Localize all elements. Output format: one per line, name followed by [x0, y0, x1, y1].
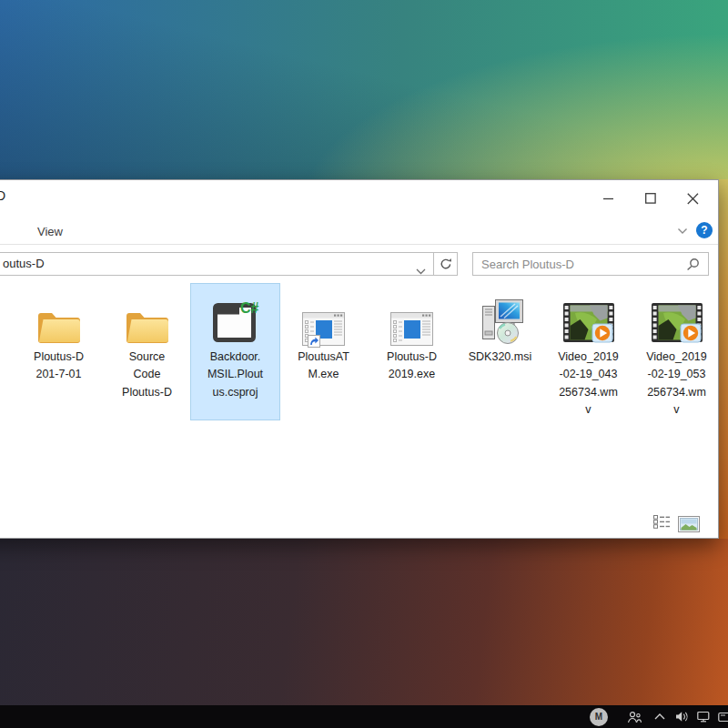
details-view-button[interactable] [653, 515, 671, 532]
tray-partial-icon[interactable] [718, 705, 728, 728]
desktop: D View ? [0, 0, 728, 728]
refresh-button[interactable] [433, 252, 458, 276]
tab-view[interactable]: View [34, 223, 66, 240]
refresh-icon [440, 258, 452, 270]
help-icon[interactable]: ? [696, 222, 713, 238]
volume-icon[interactable] [675, 705, 689, 728]
file-label: Video_2019-02-19_053256734.wmv [646, 349, 707, 420]
network-display-icon[interactable] [697, 705, 711, 728]
wallpaper-bottom [0, 539, 728, 706]
chevron-down-icon[interactable] [416, 262, 426, 278]
file-label: Ploutus-D2019.exe [387, 349, 437, 384]
address-path: outus-D [3, 257, 45, 270]
file-item[interactable]: Video_2019-02-19_043256734.wmv [544, 284, 632, 420]
file-list-area[interactable]: Ploutus-D201-7-01SourceCodePloutus-DC#Ba… [0, 278, 718, 512]
file-item[interactable]: SDK320.msi [456, 284, 544, 420]
wallpaper-top [0, 0, 728, 180]
close-button[interactable] [672, 180, 713, 217]
taskbar[interactable]: M [0, 705, 728, 728]
user-avatar: M [590, 708, 608, 726]
search-icon[interactable] [686, 258, 700, 275]
folder-icon [35, 289, 83, 346]
minimize-icon [603, 193, 614, 204]
file-item[interactable]: PloutusATM.exe [279, 284, 368, 420]
file-item[interactable]: C#Backdoor.MSIL.Ploutus.csproj [191, 284, 279, 420]
csproj-icon: C# [212, 289, 259, 346]
title-bar[interactable]: D [0, 180, 718, 217]
search-input[interactable]: Search Ploutus-D [472, 252, 709, 276]
file-label: Ploutus-D201-7-01 [34, 349, 84, 384]
file-label: PloutusATM.exe [298, 349, 349, 384]
file-item[interactable]: Ploutus-D2019.exe [368, 284, 456, 420]
caption-buttons [588, 180, 713, 217]
explorer-window: D View ? [0, 179, 719, 539]
maximize-icon [645, 193, 656, 204]
ribbon-collapse-button[interactable] [677, 222, 688, 238]
minimize-button[interactable] [588, 180, 630, 217]
svg-text:C#: C# [240, 300, 259, 316]
ribbon-menu-bar: View ? [0, 217, 718, 245]
video-icon [562, 289, 615, 346]
msi-icon [476, 289, 525, 346]
window-title-fragment: D [0, 188, 5, 203]
chevron-up-icon[interactable] [654, 705, 665, 728]
status-bar [0, 511, 718, 538]
file-label: SDK320.msi [469, 349, 531, 366]
file-item[interactable]: SourceCodePloutus-D [103, 284, 191, 420]
thumbnails-view-button[interactable] [678, 516, 700, 532]
file-item[interactable]: Video_2019-02-19_053256734.wmv [632, 284, 721, 420]
file-label: Backdoor.MSIL.Ploutus.csproj [207, 349, 263, 401]
navigation-toolbar: outus-D Search Ploutus-D [0, 245, 718, 278]
maximize-button[interactable] [630, 180, 672, 217]
search-placeholder: Search Ploutus-D [481, 258, 574, 271]
people-icon[interactable] [627, 705, 642, 728]
file-item[interactable]: Ploutus-D201-7-01 [15, 284, 103, 420]
folder-icon [124, 289, 171, 346]
address-bar[interactable]: outus-D [0, 252, 434, 276]
exe-icon [302, 289, 345, 346]
shortcut-arrow-icon [308, 335, 320, 348]
file-label: Video_2019-02-19_043256734.wmv [558, 349, 619, 420]
exe-icon [390, 289, 433, 346]
file-label: SourceCodePloutus-D [122, 349, 172, 401]
video-icon [651, 289, 703, 346]
tray-avatar[interactable]: M [590, 705, 608, 728]
close-icon [687, 193, 699, 205]
file-grid: Ploutus-D201-7-01SourceCodePloutus-DC#Ba… [15, 284, 721, 420]
